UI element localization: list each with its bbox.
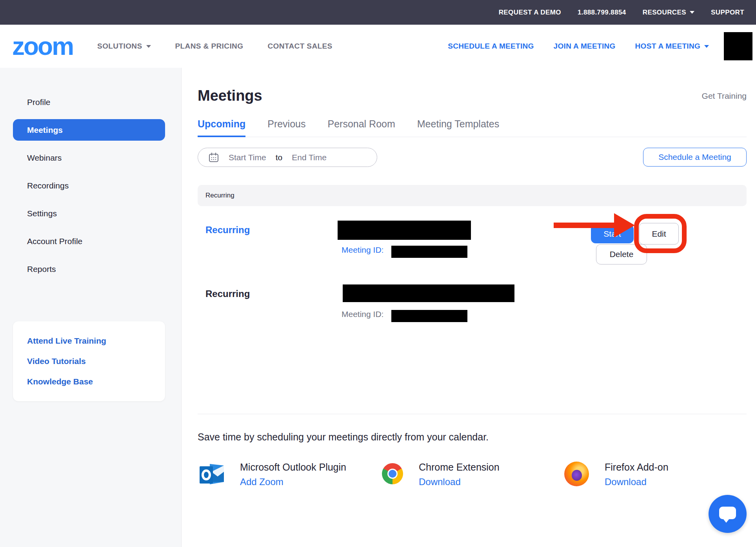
tab-upcoming[interactable]: Upcoming [198,118,245,137]
calendar-promo-heading: Save time by scheduling your meetings di… [198,431,747,443]
page-layout: Profile Meetings Webinars Recordings Set… [0,68,756,547]
meeting-id-label: Meeting ID: [342,310,383,319]
avatar[interactable] [724,32,752,60]
tab-previous[interactable]: Previous [267,118,305,137]
primary-nav: SOLUTIONS PLANS & PRICING CONTACT SALES [97,42,333,51]
request-demo-link[interactable]: REQUEST A DEMO [499,9,561,16]
integration-name: Microsoft Outlook Plugin [240,462,346,473]
sidebar-item-recordings[interactable]: Recordings [0,175,181,196]
outlook-icon [200,462,224,487]
start-time-field[interactable]: Start Time [229,153,266,162]
schedule-a-meeting-link[interactable]: SCHEDULE A MEETING [448,42,534,51]
join-a-meeting-link[interactable]: JOIN A MEETING [554,42,616,51]
support-link[interactable]: SUPPORT [711,9,744,16]
sidebar: Profile Meetings Webinars Recordings Set… [0,68,182,547]
title-row: Meetings Get Training [198,87,747,104]
video-tutorials-link[interactable]: Video Tutorials [13,351,165,371]
outlook-integration: Microsoft Outlook Plugin Add Zoom [200,462,382,487]
host-a-meeting-label: HOST A MEETING [635,42,700,51]
end-time-field[interactable]: End Time [292,153,327,162]
integration-text: Microsoft Outlook Plugin Add Zoom [240,462,346,487]
start-button[interactable]: Start [591,225,634,243]
sidebar-item-account-profile[interactable]: Account Profile [0,230,181,252]
meetings-tabs: Upcoming Previous Personal Room Meeting … [198,118,747,137]
help-links-card: Attend Live Training Video Tutorials Kno… [13,321,165,401]
chrome-icon [382,463,403,484]
chevron-down-icon [704,45,709,48]
integration-text: Firefox Add-on Download [605,462,669,487]
nav-plans-pricing[interactable]: PLANS & PRICING [175,42,244,51]
chrome-download-link[interactable]: Download [419,476,500,487]
date-range-to-label: to [276,153,283,162]
resources-label: RESOURCES [643,9,686,16]
chat-fab-button[interactable] [709,495,747,533]
sidebar-item-webinars[interactable]: Webinars [0,147,181,168]
redacted-meeting-id [391,246,467,258]
page-title: Meetings [198,87,262,104]
filter-row: Start Time to End Time Schedule a Meetin… [198,148,747,167]
section-divider [198,414,747,414]
meeting-id-label: Meeting ID: [342,245,383,255]
top-utility-bar: REQUEST A DEMO 1.888.799.8854 RESOURCES … [0,0,756,25]
sidebar-item-reports[interactable]: Reports [0,258,181,280]
date-range-picker[interactable]: Start Time to End Time [198,148,377,167]
edit-button[interactable]: Edit [639,223,679,245]
meeting-list: Recurring Meeting ID: Start Edit Delete … [198,206,747,414]
chevron-down-icon [146,45,151,48]
firefox-integration: Firefox Add-on Download [564,462,747,487]
get-training-link[interactable]: Get Training [702,91,747,101]
delete-button[interactable]: Delete [596,244,647,264]
chrome-integration: Chrome Extension Download [382,462,564,487]
redacted-meeting-topic [343,284,514,302]
knowledge-base-link[interactable]: Knowledge Base [13,371,165,392]
phone-number[interactable]: 1.888.799.8854 [578,9,626,16]
integration-name: Chrome Extension [419,462,500,473]
firefox-download-link[interactable]: Download [605,476,669,487]
integration-name: Firefox Add-on [605,462,669,473]
calendar-icon [208,152,219,163]
schedule-a-meeting-button[interactable]: Schedule a Meeting [643,148,747,167]
meeting-recurrence-link[interactable]: Recurring [205,225,250,235]
redacted-meeting-id [391,310,467,322]
zoom-logo[interactable]: zoom [12,34,73,59]
integration-text: Chrome Extension Download [419,462,500,487]
firefox-icon [564,462,589,486]
nav-contact-sales[interactable]: CONTACT SALES [267,42,332,51]
main-header: zoom SOLUTIONS PLANS & PRICING CONTACT S… [0,25,756,68]
sidebar-item-settings[interactable]: Settings [0,203,181,224]
main-content: Meetings Get Training Upcoming Previous … [182,68,756,547]
zoom-web-portal: REQUEST A DEMO 1.888.799.8854 RESOURCES … [0,0,756,547]
chat-bubble-icon [719,507,736,519]
integrations-row: Microsoft Outlook Plugin Add Zoom Chrome… [200,462,747,487]
meeting-recurrence-label: Recurring [205,288,250,299]
add-zoom-link[interactable]: Add Zoom [240,476,346,487]
host-a-meeting-menu[interactable]: HOST A MEETING [635,42,709,51]
nav-solutions[interactable]: SOLUTIONS [97,42,151,51]
tab-personal-room[interactable]: Personal Room [327,118,395,137]
redacted-meeting-topic[interactable] [338,221,471,240]
tab-meeting-templates[interactable]: Meeting Templates [417,118,499,137]
chevron-down-icon [690,11,694,14]
sidebar-item-meetings[interactable]: Meetings [13,119,165,141]
resources-menu[interactable]: RESOURCES [643,9,694,16]
solutions-label: SOLUTIONS [97,42,142,51]
meeting-actions-nav: SCHEDULE A MEETING JOIN A MEETING HOST A… [448,42,709,51]
recurring-section-header: Recurring [198,185,747,206]
attend-live-training-link[interactable]: Attend Live Training [13,331,165,351]
sidebar-item-profile[interactable]: Profile [0,91,181,113]
